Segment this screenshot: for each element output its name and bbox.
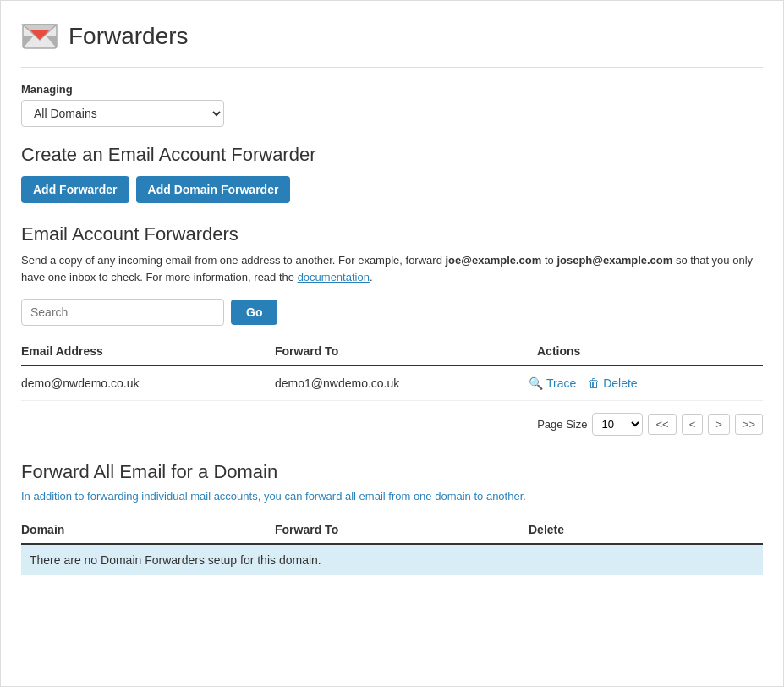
trace-link[interactable]: 🔍 Trace [529,376,576,390]
page-container: Forwarders Managing All Domains Create a… [0,0,784,687]
go-button[interactable]: Go [231,300,277,325]
search-row: Go [21,299,763,326]
col-header-forward: Forward To [275,338,529,365]
last-page-button[interactable]: >> [735,414,763,435]
col-header-email: Email Address [21,338,275,365]
forwarders-icon [21,18,58,55]
col-header-delete: Delete [529,516,763,544]
first-page-button[interactable]: << [648,414,676,435]
email-forwarders-tbody: demo@nwdemo.co.uk demo1@nwdemo.co.uk 🔍 T… [21,365,763,401]
row-forward-to: demo1@nwdemo.co.uk [275,365,529,401]
desc-example-to: joseph@example.com [556,254,672,267]
next-page-button[interactable]: > [708,414,730,435]
trace-label: Trace [546,376,576,390]
create-section-title: Create an Email Account Forwarder [21,144,763,166]
no-records-row: There are no Domain Forwarders setup for… [21,544,763,575]
domain-forwarders-tbody: There are no Domain Forwarders setup for… [21,544,763,575]
add-forwarder-button[interactable]: Add Forwarder [21,176,129,203]
col-header-domain: Domain [21,516,275,544]
no-records-message: There are no Domain Forwarders setup for… [21,544,763,575]
create-section: Create an Email Account Forwarder Add Fo… [21,144,763,203]
col-header-fwd: Forward To [275,516,529,544]
search-icon: 🔍 [529,376,543,390]
page-header: Forwarders [21,18,763,68]
domain-table-header-row: Domain Forward To Delete [21,516,763,544]
managing-select[interactable]: All Domains [21,100,224,127]
row-actions: 🔍 Trace 🗑 Delete [529,365,763,401]
email-forwarders-table: Email Address Forward To Actions demo@nw… [21,338,763,401]
page-title: Forwarders [69,23,189,50]
table-header-row: Email Address Forward To Actions [21,338,763,365]
forward-domain-section: Forward All Email for a Domain In additi… [21,461,763,575]
managing-section: Managing All Domains [21,83,763,127]
documentation-link[interactable]: documentation [298,271,370,283]
pagination-row: Page Size 10 << < > >> [21,413,763,436]
forward-domain-title: Forward All Email for a Domain [21,461,763,483]
prev-page-button[interactable]: < [682,414,704,435]
domain-forwarders-table: Domain Forward To Delete There are no Do… [21,516,763,575]
managing-label: Managing [21,83,763,96]
trash-icon: 🗑 [588,376,600,390]
forward-domain-desc: In addition to forwarding individual mai… [21,490,763,503]
create-button-group: Add Forwarder Add Domain Forwarder [21,176,763,203]
delete-label: Delete [603,376,637,390]
page-size-label: Page Size [537,418,587,431]
page-size-select[interactable]: 10 [592,413,643,436]
search-input[interactable] [21,299,224,326]
delete-link[interactable]: 🗑 Delete [588,376,637,390]
col-header-actions: Actions [529,338,763,365]
table-row: demo@nwdemo.co.uk demo1@nwdemo.co.uk 🔍 T… [21,365,763,401]
desc-middle: to [541,254,556,267]
email-forwarders-desc: Send a copy of any incoming email from o… [21,252,763,285]
desc-plain-1: Send a copy of any incoming email from o… [21,254,445,267]
add-domain-forwarder-button[interactable]: Add Domain Forwarder [136,176,291,203]
row-email: demo@nwdemo.co.uk [21,365,275,401]
email-forwarders-title: Email Account Forwarders [21,223,763,245]
email-forwarders-section: Email Account Forwarders Send a copy of … [21,223,763,436]
desc-example-from: joe@example.com [445,254,541,267]
